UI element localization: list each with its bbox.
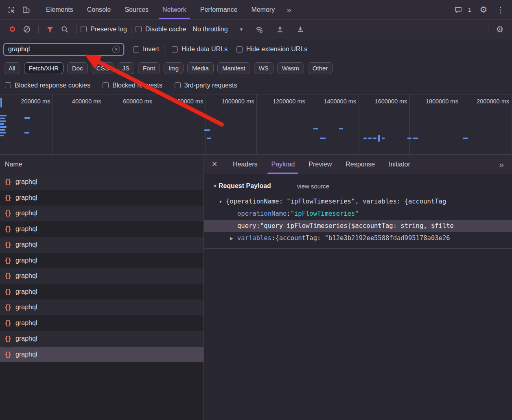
request-row[interactable]: {}graphql [0, 300, 203, 315]
throttling-select[interactable]: No throttling ▼ [193, 26, 243, 33]
tab-performance[interactable]: Performance [193, 0, 245, 19]
settings-gear-icon[interactable]: ⚙ [476, 2, 491, 17]
chip-manifest[interactable]: Manifest [217, 62, 250, 74]
payload-panel: ▼ Request Payload view source ▼{operatio… [204, 174, 512, 420]
messages-count-badge: 1 [468, 6, 471, 13]
invert-checkbox[interactable]: Invert [133, 46, 159, 53]
export-har-icon[interactable] [293, 22, 308, 37]
detail-tab-response[interactable]: Response [339, 155, 382, 174]
view-source-link[interactable]: view source [297, 183, 329, 190]
chip-fetch-xhr[interactable]: Fetch/XHR [24, 62, 63, 74]
detail-tab-payload[interactable]: Payload [264, 155, 302, 174]
clear-network-log-icon[interactable] [20, 22, 34, 37]
disable-cache-checkbox[interactable]: Disable cache [136, 26, 186, 33]
network-overview-timeline[interactable]: 200000 ms400000 ms600000 ms800000 ms1000… [0, 94, 512, 155]
request-table: Name {}graphql{}graphql{}graphql{}graphq… [0, 155, 204, 420]
filter-input[interactable] [7, 45, 112, 53]
activity-mark [313, 128, 318, 129]
detail-tab-preview[interactable]: Preview [302, 155, 339, 174]
blocked-requests-checkbox[interactable]: Blocked requests [103, 82, 162, 89]
chip-all[interactable]: All [4, 62, 20, 74]
name-column-header[interactable]: Name [0, 155, 203, 174]
tabbar-right-controls: 1 ⚙ ⋮ [451, 2, 508, 17]
chip-media[interactable]: Media [187, 62, 214, 74]
request-row[interactable]: {}graphql [0, 268, 203, 284]
chip-wasm[interactable]: Wasm [277, 62, 304, 74]
filter-funnel-icon[interactable] [43, 22, 57, 37]
activity-mark [24, 132, 29, 133]
preserve-log-checkbox[interactable]: Preserve log [81, 26, 127, 33]
payload-tree-row[interactable]: query: "query ipFlowTimeseries($accountT… [204, 220, 512, 232]
kebab-menu-icon[interactable]: ⋮ [493, 2, 508, 17]
fetch-icon: {} [4, 225, 11, 233]
import-har-icon[interactable] [273, 22, 287, 37]
tab-sources[interactable]: Sources [118, 0, 155, 19]
filter-input-box: ✕ [3, 43, 124, 56]
activity-mark [382, 138, 385, 139]
network-conditions-icon[interactable] [252, 22, 266, 37]
fetch-icon: {} [4, 335, 11, 342]
activity-mark [0, 129, 5, 131]
detail-tab-headers[interactable]: Headers [226, 155, 264, 174]
chevron-double-right-icon: » [499, 160, 504, 168]
request-name: graphql [15, 335, 37, 342]
payload-tree-row[interactable]: operationName: "ipFlowTimeseries" [204, 208, 512, 220]
request-row[interactable]: {}graphql [0, 331, 203, 347]
search-network-icon[interactable] [57, 22, 72, 37]
console-messages-icon[interactable] [451, 2, 466, 17]
tab-elements[interactable]: Elements [39, 0, 80, 19]
request-row[interactable]: {}graphql [0, 315, 203, 331]
tab-memory[interactable]: Memory [244, 0, 282, 19]
details-tabbar: ✕ HeadersPayloadPreviewResponseInitiator… [204, 155, 512, 174]
timeline-tick-label: 800000 ms [174, 98, 203, 105]
tab-console[interactable]: Console [80, 0, 118, 19]
payload-text: "ipFlowTimeseries" [291, 210, 359, 217]
triangle-right-icon[interactable]: ▶ [230, 236, 237, 241]
inspect-element-icon[interactable] [4, 2, 19, 17]
blocked-response-cookies-checkbox[interactable]: Blocked response cookies [5, 82, 90, 89]
payload-tree-row[interactable]: ▶variables: {accountTag: "b12e3b2192ee55… [204, 232, 512, 244]
hide-extension-urls-checkbox[interactable]: Hide extension URLs [236, 46, 307, 53]
chip-img[interactable]: Img [164, 62, 184, 74]
chip-js[interactable]: JS [118, 62, 135, 74]
chip-css[interactable]: CSS [92, 62, 114, 74]
request-name: graphql [15, 210, 37, 217]
payload-tree: ▼{operationName: "ipFlowTimeseries", var… [204, 195, 512, 249]
activity-mark [413, 138, 418, 139]
request-payload-section[interactable]: ▼ Request Payload view source [204, 180, 512, 192]
chip-other[interactable]: Other [308, 62, 333, 74]
request-name: graphql [15, 351, 37, 358]
request-name: graphql [15, 304, 37, 311]
payload-text: "query ipFlowTimeseries($accountTag: str… [260, 222, 454, 230]
request-name: graphql [15, 319, 37, 327]
chip-ws[interactable]: WS [254, 62, 274, 74]
request-row[interactable]: {}graphql [0, 206, 203, 221]
fetch-icon: {} [4, 178, 11, 186]
request-row[interactable]: {}graphql [0, 284, 203, 300]
payload-tree-row[interactable]: ▼{operationName: "ipFlowTimeseries", var… [204, 195, 512, 208]
triangle-down-icon[interactable]: ▼ [219, 199, 226, 204]
more-panels-icon[interactable]: » [282, 2, 296, 17]
record-network-log-icon[interactable] [5, 22, 20, 37]
3rd-party-requests-checkbox[interactable]: 3rd-party requests [175, 82, 237, 89]
request-row[interactable]: {}graphql [0, 237, 203, 253]
request-row[interactable]: {}graphql [0, 221, 203, 237]
chip-doc[interactable]: Doc [67, 62, 88, 74]
timeline-column: 600000 ms [104, 94, 155, 154]
chip-font[interactable]: Font [138, 62, 160, 74]
request-row[interactable]: {}graphql [0, 174, 203, 190]
detail-tab-initiator[interactable]: Initiator [382, 155, 417, 174]
toolbar-divider [131, 25, 131, 34]
hide-data-urls-checkbox[interactable]: Hide data URLs [172, 46, 228, 53]
tab-network[interactable]: Network [155, 0, 193, 19]
throttling-value: No throttling [193, 26, 228, 33]
request-row[interactable]: {}graphql [0, 347, 203, 363]
network-settings-gear-icon[interactable]: ⚙ [492, 22, 507, 37]
request-row[interactable]: {}graphql [0, 190, 203, 206]
more-detail-tabs-icon[interactable]: » [494, 157, 509, 172]
request-row[interactable]: {}graphql [0, 253, 203, 269]
device-toolbar-icon[interactable] [19, 2, 33, 17]
close-details-icon[interactable]: ✕ [207, 157, 222, 172]
fetch-icon: {} [4, 319, 11, 327]
clear-filter-icon[interactable]: ✕ [112, 46, 120, 53]
